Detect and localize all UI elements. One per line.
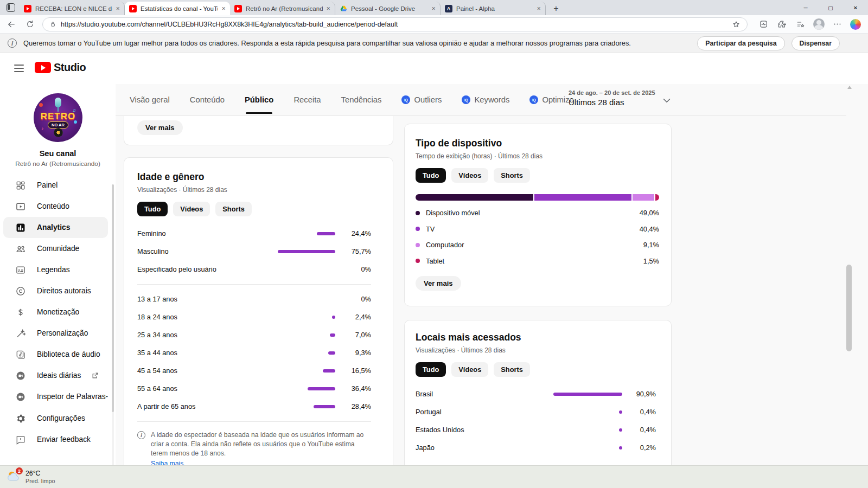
tab-title: Pessoal - Google Drive: [351, 5, 428, 12]
age-rows: 13 a 17 anos0%18 a 24 anos2,4%25 a 34 an…: [137, 290, 371, 415]
page-scroll-thumb[interactable]: [846, 265, 852, 351]
sidebar-item-analytics[interactable]: Analytics: [3, 217, 108, 238]
scrollbar-up-arrow[interactable]: [847, 86, 852, 89]
stat-row: 55 a 64 anos36,4%: [137, 380, 371, 397]
sidebar-item-ideais-diarias[interactable]: Ideais diárias: [3, 365, 108, 386]
back-icon[interactable]: [4, 17, 18, 31]
sidebar-item-conteudo[interactable]: Conteúdo: [3, 196, 108, 217]
dismiss-button[interactable]: Dispensar: [792, 36, 840, 50]
workspaces-icon[interactable]: [7, 3, 15, 12]
filter-chip-shorts[interactable]: Shorts: [494, 362, 530, 377]
stat-row: 13 a 17 anos0%: [137, 290, 371, 308]
sidebar-item-painel[interactable]: Painel: [3, 175, 108, 196]
refresh-icon[interactable]: [23, 17, 37, 31]
saiba-mais-link[interactable]: Saiba mais.: [151, 459, 186, 465]
address-bar[interactable]: https://studio.youtube.com/channel/UCLBE…: [42, 17, 748, 31]
tab-close-icon[interactable]: ✕: [431, 6, 436, 11]
ver-mais-button[interactable]: Ver mais: [416, 276, 461, 291]
analytics-tab-conteudo[interactable]: Conteúdo: [190, 84, 225, 115]
analytics-tab-optimize[interactable]: IQOptimize: [529, 84, 573, 115]
browser-tab[interactable]: RECEBA: LEON e NILCE do COISA✕: [20, 2, 125, 15]
sidebar-item-direitos-autorais[interactable]: Direitos autorais: [3, 280, 108, 301]
copilot-icon[interactable]: [848, 17, 863, 31]
maximize-button[interactable]: ▢: [818, 0, 843, 15]
location-rows: Brasil90,9%Portugal0,4%Estados Unidos0,4…: [416, 385, 656, 457]
sidebar-item-inspetor-de-palavras-chave[interactable]: Inspetor de Palavras-chav: [3, 386, 108, 407]
tab-close-icon[interactable]: ✕: [537, 6, 541, 11]
community-icon: [15, 243, 27, 255]
profile-avatar-icon[interactable]: [812, 17, 826, 31]
analytics-tab-outliers[interactable]: IQOutliers: [401, 84, 442, 115]
channel-section-title: Seu canal: [0, 149, 116, 158]
new-tab-button[interactable]: +: [549, 2, 563, 15]
sidebar-item-legendas[interactable]: Legendas: [3, 259, 108, 280]
date-range-selector[interactable]: 24 de ago. – 20 de set. de 2025 Últimos …: [569, 89, 666, 107]
url-text: https://studio.youtube.com/channel/UCLBE…: [61, 21, 732, 28]
sidebar-item-monetizacao[interactable]: Monetização: [3, 301, 108, 323]
youtube-favicon-icon: [129, 5, 137, 12]
sidebar-scroll-thumb[interactable]: [112, 184, 114, 412]
analytics-tab-keywords[interactable]: IQKeywords: [462, 84, 509, 115]
close-button[interactable]: ✕: [843, 0, 868, 15]
browser-tab[interactable]: Estatísticas do canal - YouTube St✕: [125, 2, 230, 15]
settings-more-icon[interactable]: [830, 17, 844, 31]
filter-chip-tudo[interactable]: Tudo: [416, 362, 446, 377]
device-stacked-bar: [416, 194, 659, 201]
filter-chip-shorts[interactable]: Shorts: [215, 202, 252, 216]
stat-bar: [323, 369, 335, 373]
sidebar-item-enviar-feedback[interactable]: Enviar feedback: [3, 429, 108, 450]
youtube-studio-logo[interactable]: Studio: [35, 61, 86, 74]
browser-tab[interactable]: APainel - Alpha✕: [441, 2, 546, 15]
filter-chip-tudo[interactable]: Tudo: [416, 168, 446, 183]
stat-value: 24,4%: [344, 229, 371, 237]
browser-tab-bar: RECEBA: LEON e NILCE do COISA✕Estatístic…: [0, 0, 868, 15]
sidebar-item-biblioteca-de-audio[interactable]: Biblioteca de áudio: [3, 344, 108, 365]
stat-value: 0,2%: [631, 444, 656, 452]
sidebar-item-configuracoes[interactable]: Configurações: [3, 408, 108, 429]
ver-mais-button[interactable]: Ver mais: [137, 120, 183, 135]
analytics-tab-publico[interactable]: Público: [245, 84, 273, 115]
analytics-tab-receita[interactable]: Receita: [293, 84, 321, 115]
tab-close-icon[interactable]: ✕: [221, 6, 226, 11]
stat-value: 7,0%: [344, 331, 371, 339]
browser-essentials-icon[interactable]: [756, 17, 770, 31]
tab-close-icon[interactable]: ✕: [326, 6, 330, 11]
weather-temp: 26°C: [25, 470, 55, 477]
minimize-button[interactable]: ─: [793, 0, 818, 15]
card-title: Idade e gênero: [137, 171, 371, 183]
collections-icon[interactable]: [793, 17, 807, 31]
browser-tab[interactable]: Pessoal - Google Drive✕: [335, 2, 441, 15]
extensions-icon[interactable]: [775, 17, 789, 31]
external-link-icon: [91, 371, 99, 380]
avatar-text-top: RETRO: [34, 111, 82, 122]
sidebar-item-label: Biblioteca de áudio: [37, 350, 108, 358]
filter-chip-vídeos[interactable]: Vídeos: [173, 202, 210, 216]
tab-label: Outliers: [414, 95, 442, 104]
device-bar-segment: [534, 194, 631, 201]
date-range-text: 24 de ago. – 20 de set. de 2025: [569, 89, 666, 96]
filter-chip-vídeos[interactable]: Vídeos: [451, 362, 488, 377]
channel-avatar[interactable]: RETRO NO AR ♪♫: [34, 93, 82, 142]
browser-tab[interactable]: Retrô no Ar (Retromusicando) - Y✕: [230, 2, 335, 15]
vidiq-tab-icon: IQ: [529, 95, 538, 104]
sidebar-item-personalizacao[interactable]: Personalização: [3, 323, 108, 344]
legend-label: Tablet: [426, 257, 632, 265]
survey-banner: i Queremos tornar o YouTube um lugar mel…: [0, 34, 868, 53]
favorite-star-icon[interactable]: [732, 20, 741, 29]
analytics-tab-visao-geral[interactable]: Visão geral: [130, 84, 170, 115]
filter-chip-tudo[interactable]: Tudo: [137, 202, 168, 216]
tab-close-icon[interactable]: ✕: [116, 6, 120, 11]
filter-chip-shorts[interactable]: Shorts: [494, 168, 530, 183]
filter-chip-vídeos[interactable]: Vídeos: [451, 168, 488, 183]
participate-survey-button[interactable]: Participar da pesquisa: [697, 36, 784, 50]
top-locations-card: Locais mais acessados Visualizações · Úl…: [404, 320, 672, 465]
menu-icon[interactable]: [14, 65, 24, 72]
stat-row: Brasil90,9%: [416, 385, 656, 403]
analytics-tab-tendencias[interactable]: Tendências: [341, 84, 382, 115]
sidebar-item-comunidade[interactable]: Comunidade: [3, 238, 108, 259]
stat-row: 18 a 24 anos2,4%: [137, 308, 371, 326]
stat-label: 25 a 34 anos: [137, 331, 330, 339]
youtube-play-icon: [35, 62, 51, 73]
sidebar-item-label: Personalização: [37, 329, 108, 337]
weather-widget[interactable]: 2 26°C Pred. limpo: [5, 468, 55, 485]
